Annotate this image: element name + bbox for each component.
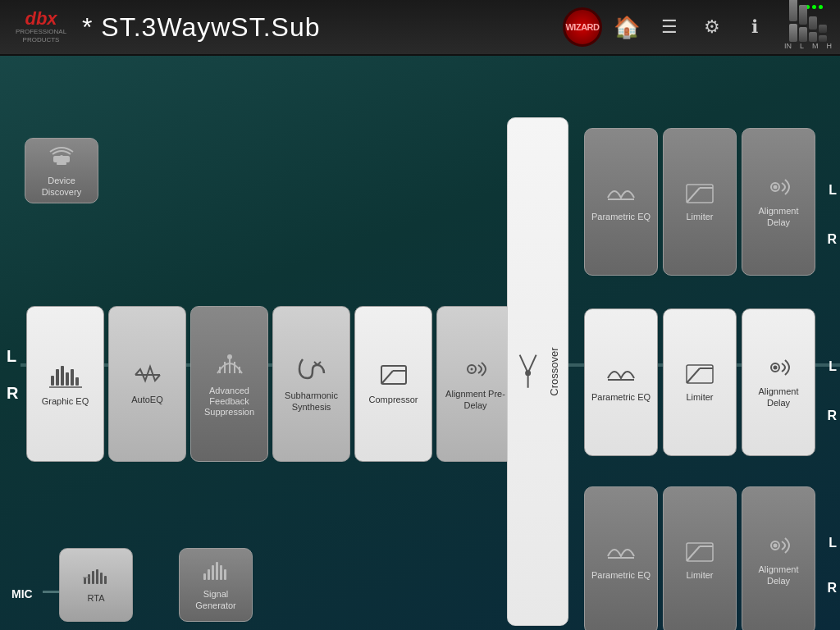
graphic-eq-label: Graphic EQ [39, 396, 92, 407]
parametric-eq-bot-module[interactable]: Parametric EQ [584, 486, 658, 630]
subharmonic-module[interactable]: Subharmonic Synthesis [272, 306, 350, 462]
mic-label: MIC [11, 587, 33, 600]
svg-rect-4 [56, 369, 59, 386]
svg-rect-47 [88, 574, 90, 584]
label-R-right-bot: R [827, 581, 837, 596]
svg-line-25 [520, 355, 528, 373]
svg-rect-7 [71, 369, 74, 386]
svg-point-33 [774, 186, 777, 189]
limiter-bot-module[interactable]: Limiter [663, 486, 737, 630]
list-button[interactable]: ☰ [651, 9, 687, 45]
label-L-right-bot: L [829, 536, 837, 550]
page-title: * ST.3WaywST.Sub [82, 12, 555, 43]
label-L-right-mid: L [829, 359, 837, 374]
alignment-predelay-module[interactable]: Alignment Pre-Delay [436, 306, 514, 462]
svg-rect-48 [92, 571, 94, 584]
parametric-eq-top-module[interactable]: Parametric EQ [584, 128, 658, 276]
rta-module[interactable]: RTA [59, 548, 133, 622]
graphic-eq-module[interactable]: Graphic EQ [26, 306, 104, 462]
limiter-mid-module[interactable]: Limiter [663, 308, 737, 456]
svg-point-27 [526, 372, 530, 376]
alignment-delay-top-icon [764, 176, 793, 203]
limiter-mid-label: Limiter [682, 392, 716, 403]
parametric-eq-mid-module[interactable]: Parametric EQ [584, 308, 658, 456]
svg-rect-8 [75, 377, 79, 386]
svg-rect-58 [224, 569, 226, 580]
svg-line-26 [528, 355, 536, 373]
label-L-right-top: L [829, 183, 837, 198]
topbar-icons: WIZARD 🏠 ☰ ⚙ ℹ [563, 5, 832, 50]
svg-line-29 [687, 188, 700, 203]
subharmonic-label: Subharmonic Synthesis [273, 390, 349, 412]
info-button[interactable]: ℹ [737, 9, 773, 45]
alignment-delay-mid-label: Alignment Delay [742, 386, 815, 408]
logo-subtext: PROFESSIONAL PRODUCTS [8, 28, 74, 43]
main-area: L R Device Discovery [0, 56, 840, 630]
svg-point-39 [774, 367, 777, 369]
rta-icon [83, 566, 109, 590]
alignment-delay-mid-module[interactable]: Alignment Delay [742, 308, 815, 456]
parametric-eq-top-label: Parametric EQ [588, 212, 654, 222]
svg-rect-57 [220, 565, 222, 580]
compressor-module[interactable]: Compressor [354, 306, 432, 462]
parametric-eq-bot-label: Parametric EQ [588, 570, 654, 581]
vu-dot-5 [819, 5, 823, 9]
vu-label-l: L [800, 42, 804, 50]
alignment-delay-mid-icon [764, 356, 793, 383]
parametric-eq-bot-icon [606, 540, 636, 567]
svg-rect-1 [57, 162, 66, 165]
crossover-label: Crossover [548, 347, 560, 395]
device-discovery-icon [47, 144, 76, 172]
svg-rect-46 [84, 578, 86, 584]
svg-line-20 [381, 371, 393, 384]
svg-point-2 [60, 155, 63, 158]
svg-point-45 [774, 545, 777, 547]
auto-eq-module[interactable]: AutoEQ [108, 306, 186, 462]
svg-rect-5 [61, 366, 64, 386]
parametric-eq-mid-label: Parametric EQ [588, 392, 654, 403]
advanced-feedback-icon [214, 350, 245, 382]
svg-rect-51 [104, 576, 107, 584]
vu-label-m: M [812, 42, 819, 50]
auto-eq-label: AutoEQ [128, 395, 167, 405]
graphic-eq-icon [49, 361, 82, 393]
alignment-delay-bot-module[interactable]: Alignment Delay [742, 486, 815, 630]
alignment-delay-bot-icon [764, 534, 793, 561]
crossover-module[interactable]: Crossover [507, 117, 568, 626]
advanced-feedback-module[interactable]: Advanced Feedback Suppression [190, 306, 268, 462]
svg-rect-54 [208, 569, 210, 580]
label-R-right-top: R [827, 232, 837, 247]
topbar: dbx PROFESSIONAL PRODUCTS * ST.3WaywST.S… [0, 0, 840, 56]
signal-generator-label: Signal Generator [180, 589, 252, 610]
svg-rect-6 [66, 372, 69, 386]
wizard-button[interactable]: WIZARD [563, 7, 602, 47]
svg-rect-49 [96, 569, 98, 584]
label-R-right-mid: R [827, 409, 837, 423]
limiter-top-module[interactable]: Limiter [663, 128, 737, 276]
settings-button[interactable]: ⚙ [694, 9, 730, 45]
crossover-icon [516, 347, 543, 395]
compressor-icon [378, 363, 409, 391]
alignment-predelay-icon [460, 357, 491, 386]
signal-generator-module[interactable]: Signal Generator [179, 548, 253, 622]
device-discovery-label: Device Discovery [25, 176, 98, 197]
svg-line-35 [687, 368, 700, 383]
vu-dots [792, 5, 823, 9]
device-discovery-module[interactable]: Device Discovery [25, 138, 98, 203]
advanced-feedback-label: Advanced Feedback Suppression [191, 386, 267, 418]
svg-rect-50 [100, 573, 103, 584]
vu-dot-4 [812, 5, 816, 9]
signal-generator-icon [201, 559, 231, 586]
alignment-delay-bot-label: Alignment Delay [742, 564, 815, 586]
alignment-delay-top-module[interactable]: Alignment Delay [742, 128, 815, 276]
vu-meter-area: IN L M H [784, 5, 832, 50]
svg-point-23 [470, 368, 472, 371]
subharmonic-icon [296, 355, 327, 387]
logo-text: dbx [25, 10, 57, 28]
svg-rect-19 [381, 366, 406, 384]
home-button[interactable]: 🏠 [609, 9, 645, 45]
auto-eq-icon [132, 363, 163, 391]
limiter-bot-label: Limiter [682, 570, 716, 581]
vu-label-h: H [827, 42, 833, 50]
label-R-left: R [7, 384, 18, 403]
